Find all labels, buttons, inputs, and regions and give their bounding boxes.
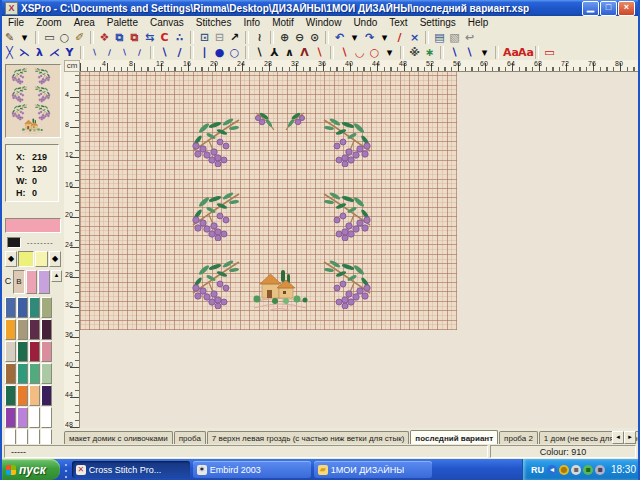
- return-icon[interactable]: ↩: [463, 31, 476, 44]
- circle-stitch-dropdown[interactable]: ▾: [383, 46, 396, 59]
- palette-swatch[interactable]: [41, 319, 52, 340]
- menu-item-undo[interactable]: Undo: [347, 17, 383, 28]
- palette-swatch[interactable]: [17, 319, 28, 340]
- motif-library-icon[interactable]: ❖: [98, 31, 111, 44]
- minimize-button[interactable]: ▁: [582, 1, 599, 16]
- palette-swatch[interactable]: [5, 363, 16, 384]
- knot-tool-1-icon[interactable]: ※: [408, 46, 421, 59]
- petite-stitch-4-icon[interactable]: ∕: [133, 46, 146, 59]
- language-indicator[interactable]: RU: [531, 465, 544, 475]
- rotate-motif-icon[interactable]: C: [158, 31, 171, 44]
- palette-yellow-2[interactable]: [35, 251, 48, 267]
- zoom-in-icon[interactable]: ⊕: [278, 31, 291, 44]
- pen-dropdown[interactable]: ▾: [478, 46, 491, 59]
- palette-swatch[interactable]: [5, 297, 16, 318]
- palette-swatch[interactable]: [17, 297, 28, 318]
- swatch-pink[interactable]: [26, 270, 38, 294]
- palette-swatch[interactable]: [41, 363, 52, 384]
- paste-motif-icon[interactable]: ⧉: [128, 31, 141, 44]
- tray-coin-icon[interactable]: ●: [559, 465, 569, 475]
- blue-pen-2-icon[interactable]: ∖: [463, 46, 476, 59]
- text-tool-icon[interactable]: Aa: [503, 46, 516, 59]
- draw-tool-dropdown[interactable]: ▾: [18, 31, 31, 44]
- freehand-edit-icon[interactable]: ✐: [73, 31, 86, 44]
- curve-stitch-icon[interactable]: ◡: [353, 46, 366, 59]
- vertical-stitch-icon[interactable]: ∣: [198, 46, 211, 59]
- menu-item-text[interactable]: Text: [383, 17, 413, 28]
- black-swatch[interactable]: [7, 237, 21, 248]
- palette-swatch[interactable]: [29, 385, 40, 406]
- palette-swatch[interactable]: [29, 407, 40, 428]
- palette-next-button[interactable]: ◆: [49, 251, 61, 267]
- menu-item-zoom[interactable]: Zoom: [30, 17, 68, 28]
- design-tab[interactable]: проба: [174, 431, 206, 444]
- current-thread-color[interactable]: [5, 218, 61, 233]
- backstitch-icon[interactable]: ∖: [253, 46, 266, 59]
- palette-swatch[interactable]: [5, 341, 16, 362]
- palette-swatch[interactable]: [17, 385, 28, 406]
- design-tab[interactable]: макет домик с оливочками: [64, 431, 173, 444]
- blue-pen-1-icon[interactable]: ∖: [448, 46, 461, 59]
- design-tab[interactable]: 7 верхн левая гроздь (с частью ниж ветки…: [207, 431, 410, 444]
- tab-scroll-left[interactable]: ◂: [612, 431, 624, 444]
- palette-swatch[interactable]: [17, 363, 28, 384]
- tray-app3-icon[interactable]: ▪: [595, 465, 605, 475]
- redo-dropdown[interactable]: ▾: [378, 31, 391, 44]
- menu-item-area[interactable]: Area: [68, 17, 101, 28]
- zoom-out-icon[interactable]: ⊖: [293, 31, 306, 44]
- close-button[interactable]: ×: [618, 1, 635, 16]
- undo-dropdown[interactable]: ▾: [348, 31, 361, 44]
- longstitch-icon[interactable]: ∧: [283, 46, 296, 59]
- pointer-icon[interactable]: ↗: [228, 31, 241, 44]
- palette-swatch[interactable]: [5, 407, 16, 428]
- taskbar-button[interactable]: ✶Embird 2003: [193, 461, 311, 478]
- menu-item-canvas[interactable]: Canvas: [144, 17, 190, 28]
- menu-item-window[interactable]: Window: [300, 17, 348, 28]
- copy-motif-icon[interactable]: ⧉: [113, 31, 126, 44]
- menu-item-file[interactable]: File: [2, 17, 30, 28]
- menu-item-stitches[interactable]: Stitches: [190, 17, 238, 28]
- tab-scroll-right[interactable]: ▸: [624, 431, 636, 444]
- line-tool-icon[interactable]: ∕: [393, 31, 406, 44]
- draw-tool-icon[interactable]: ✎: [3, 31, 16, 44]
- start-button[interactable]: пуск: [2, 459, 60, 480]
- design-tab[interactable]: проба 2: [499, 431, 538, 444]
- design-tab[interactable]: последний вариант: [410, 430, 498, 444]
- palette-scroll-up[interactable]: ▴: [51, 270, 62, 282]
- taskbar-button[interactable]: ✕Cross Stitch Pro...: [72, 461, 190, 478]
- text-tool-2-icon[interactable]: Aa: [518, 46, 531, 59]
- fabric-grid[interactable]: [80, 72, 457, 330]
- circle-stitch-icon[interactable]: ○: [368, 46, 381, 59]
- palette-swatch[interactable]: [29, 297, 40, 318]
- palette-swatch[interactable]: [29, 341, 40, 362]
- petite-stitch-3-icon[interactable]: ∖: [118, 46, 131, 59]
- mirror-motif-icon[interactable]: ⇆: [143, 31, 156, 44]
- double-backstitch-icon[interactable]: ⅄: [268, 46, 281, 59]
- palette-swatch[interactable]: [41, 407, 52, 428]
- gobelin-left-icon[interactable]: ∖: [158, 46, 171, 59]
- bead-icon[interactable]: ●: [213, 46, 226, 59]
- stitch-select-icon[interactable]: ▭: [543, 46, 556, 59]
- red-backstitch-icon[interactable]: ∖: [313, 46, 326, 59]
- taskbar-button[interactable]: ▰1МОИ ДИЗАЙНЫ: [314, 461, 432, 478]
- delete-stitch-icon[interactable]: ×: [408, 31, 421, 44]
- quarter-stitch-icon[interactable]: Y: [63, 46, 76, 59]
- swatch-lavender[interactable]: [38, 270, 50, 294]
- palette-swatch[interactable]: [29, 319, 40, 340]
- stitch-style-dashes[interactable]: --------: [27, 239, 54, 246]
- undo-icon[interactable]: ↶: [333, 31, 346, 44]
- thick-backstitch-icon[interactable]: ∖: [338, 46, 351, 59]
- print-preview-icon[interactable]: ⊟: [213, 31, 226, 44]
- menu-item-motif[interactable]: Motif: [266, 17, 300, 28]
- palette-swatch[interactable]: [17, 407, 28, 428]
- canvas[interactable]: [80, 72, 640, 428]
- three-quarter-stitch-icon[interactable]: λ: [33, 46, 46, 59]
- zoom-actual-icon[interactable]: ⊙: [308, 31, 321, 44]
- knot-tool-2-icon[interactable]: ∗: [423, 46, 436, 59]
- palette-prev-button[interactable]: ◆: [5, 251, 17, 267]
- menu-item-help[interactable]: Help: [462, 17, 495, 28]
- petite-stitch-1-icon[interactable]: ∖: [88, 46, 101, 59]
- import-image-icon[interactable]: ▤: [433, 31, 446, 44]
- palette-yellow-1[interactable]: [18, 251, 34, 267]
- screen-preview-icon[interactable]: ⊡: [198, 31, 211, 44]
